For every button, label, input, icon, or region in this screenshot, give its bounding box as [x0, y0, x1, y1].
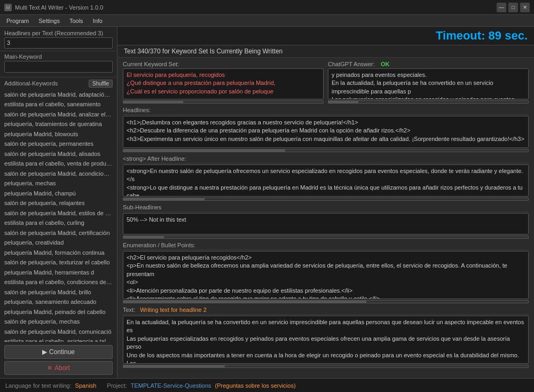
- keyword-3: ¿Cuál es el servicio proporcionado por s…: [127, 88, 320, 96]
- minimize-button[interactable]: —: [497, 3, 506, 12]
- left-buttons: ▶ Continue ✕ Abort: [0, 342, 117, 378]
- keyword-item: estilista para el cabello, asistencia a …: [4, 336, 113, 342]
- text-writing-title: Text: Writing text for headline 2: [123, 307, 529, 315]
- project-name: TEMPLATE-Service-Questions: [131, 382, 211, 389]
- additional-keywords-label: Additional-Keywords: [4, 80, 58, 87]
- keyword-item: salón de peluquería, mechas: [4, 317, 113, 327]
- chatgpt-answer-box: y peinados para eventos especiales. En l…: [328, 68, 529, 99]
- text-writing-section: Text: Writing text for headline 2 En la …: [123, 307, 529, 368]
- keyword-item: salón de peluquería Madrid, adaptación d…: [4, 90, 113, 100]
- content-area[interactable]: Current Keyword Set: El servicio para pe…: [117, 58, 534, 378]
- menu-settings[interactable]: Settings: [34, 17, 64, 25]
- maximize-button[interactable]: □: [508, 3, 518, 12]
- keyword-item: salón de peluquería Madrid, estilos de p…: [4, 208, 113, 218]
- sub-headline-content: 50% --> Not in this text: [127, 216, 525, 224]
- project-info: Project: TEMPLATE-Service-Questions (Pre…: [107, 382, 295, 389]
- continue-label: Continue: [49, 348, 75, 356]
- enum-1: <h2>El servicio para peluquería recogido…: [127, 254, 525, 262]
- menu-program[interactable]: Program: [2, 17, 33, 25]
- writing-status-text: Text 340/370 for Keyword Set Is Currentl…: [124, 48, 282, 55]
- after-headline-section: <strong> After Headline: <strong>En nues…: [123, 155, 529, 201]
- current-keyword-section: Current Keyword Set: El servicio para pe…: [123, 61, 324, 104]
- keyword-item: peluquería Madrid, formación continua: [4, 248, 113, 258]
- play-icon: ▶: [42, 348, 47, 356]
- keyword-item: estilista para el cabello, saneamiento: [4, 99, 113, 109]
- keyword-1: El servicio para peluquería, recogidos: [127, 71, 320, 79]
- app-title: Multi Text AI Writer - Version 1.0.0: [15, 4, 103, 11]
- keyword-2: ¿Qué distingue a una prestación para pel…: [127, 79, 320, 87]
- after-headline-2: <strong>Lo que distingue a nuestra prest…: [127, 184, 525, 197]
- title-bar: M Multi Text AI Writer - Version 1.0.0 —…: [0, 0, 534, 15]
- timeout-display: Timeout: 89 sec.: [436, 29, 528, 42]
- chatgpt-text: y peinados para eventos especiales.: [332, 71, 525, 79]
- keywords-list: salón de peluquería Madrid, adaptación d…: [0, 89, 117, 342]
- abort-label: Abort: [54, 364, 70, 372]
- headlines-section-container: Headlines: <h1>¡Deslumbra con elegantes …: [123, 107, 529, 152]
- keyword-row: Current Keyword Set: El servicio para pe…: [123, 61, 529, 104]
- project-label: Project:: [107, 382, 127, 389]
- chatgpt-text-3: Las peluquerías especializadas en recogi…: [332, 96, 525, 99]
- keyword-item: salón de peluquería, permanentes: [4, 139, 113, 149]
- project-desc: (Preguntas sobre los servicios): [215, 382, 296, 389]
- close-button[interactable]: ✕: [520, 3, 530, 12]
- chatgpt-text-2: En la actualidad, la peluquería se ha co…: [332, 79, 525, 96]
- sub-headlines-section: Sub-Headlines 50% --> Not in this text: [123, 204, 529, 239]
- timeout-label: Timeout:: [436, 29, 485, 42]
- text-writing-box: En la actualidad, la peluquería se ha co…: [123, 316, 529, 364]
- enumeration-box: <h2>El servicio para peluquería recogido…: [123, 251, 529, 299]
- keyword-item: salón de peluquería Madrid, certificació…: [4, 228, 113, 238]
- main-keyword-section: Main-Keyword: [0, 51, 117, 77]
- menu-bar: Program Settings Tools Info: [0, 15, 534, 27]
- enum-4: <li>Atención personalizada por parte de …: [127, 287, 525, 295]
- menu-info[interactable]: Info: [89, 17, 107, 25]
- main-layout: Headlines per Text (Recommended 3) Main-…: [0, 27, 534, 378]
- headlines-section-title: Headlines:: [123, 107, 529, 115]
- keyword-item: peluquería, saneamiento adecuado: [4, 297, 113, 307]
- headline-3: <h3>Experimenta un servicio único en nue…: [127, 135, 525, 143]
- app-icon: M: [4, 4, 12, 11]
- current-keyword-box: El servicio para peluquería, recogidos ¿…: [123, 68, 324, 99]
- keyword-item: estilista para el cabello, venta de prod…: [4, 159, 113, 169]
- shuffle-button[interactable]: Shuffle: [89, 80, 113, 88]
- headlines-label: Headlines per Text (Recommended 3): [4, 30, 113, 36]
- keyword-item: peluquería, mechas: [4, 178, 113, 189]
- enumeration-title: Enumeration / Bullet Points:: [123, 242, 529, 250]
- ok-badge: OK: [381, 61, 390, 67]
- abort-button[interactable]: ✕ Abort: [4, 361, 113, 375]
- enum-2: <p>En nuestro salón de belleza ofrecemos…: [127, 262, 525, 278]
- keyword-item: estilista para el cabello, curling: [4, 218, 113, 228]
- writing-status-bar: Text 340/370 for Keyword Set Is Currentl…: [117, 45, 534, 58]
- headlines-section: Headlines per Text (Recommended 3): [0, 27, 117, 51]
- after-headline-title: <strong> After Headline:: [123, 155, 529, 163]
- chatgpt-answer-section: ChatGPT Answer: OK y peinados para event…: [328, 61, 529, 104]
- enumeration-section: Enumeration / Bullet Points: <h2>El serv…: [123, 242, 529, 303]
- left-panel: Headlines per Text (Recommended 3) Main-…: [0, 27, 117, 378]
- chatgpt-answer-label: ChatGPT Answer: OK: [328, 61, 529, 67]
- keyword-item: salón de peluquería Madrid, comunicació: [4, 327, 113, 337]
- keyword-item: peluquería, creatividad: [4, 238, 113, 248]
- keyword-item: salón de peluquería, texturizar el cabel…: [4, 257, 113, 268]
- enum-3: <ol>: [127, 278, 525, 286]
- additional-keywords-header: Additional-Keywords Shuffle: [0, 77, 117, 89]
- headline-1: <h1>¡Deslumbra con elegantes recogidos g…: [127, 119, 525, 127]
- keyword-item: salón de peluquería Madrid, brillo: [4, 287, 113, 297]
- enum-5: <li>Asesoramiento sobre el tipo de recog…: [127, 295, 525, 299]
- keyword-item: peluquería Madrid, peinado del cabello: [4, 307, 113, 317]
- language-label: Language for text writing:: [5, 382, 72, 389]
- main-keyword-label: Main-Keyword: [4, 53, 113, 60]
- sub-headlines-box: 50% --> Not in this text: [123, 213, 529, 234]
- language-value: Spanish: [75, 382, 97, 389]
- x-icon: ✕: [47, 364, 52, 372]
- timeout-value: 89 sec.: [489, 29, 528, 42]
- text-line-2: Las peluquerías especializadas en recogi…: [127, 335, 525, 351]
- right-panel: Timeout: 89 sec. Text 340/370 for Keywor…: [117, 27, 534, 378]
- headlines-box: <h1>¡Deslumbra con elegantes recogidos g…: [123, 116, 529, 148]
- current-keyword-label: Current Keyword Set:: [123, 61, 324, 67]
- headlines-input[interactable]: [4, 37, 113, 49]
- keyword-item: salón de peluquería Madrid, acondicionam: [4, 169, 113, 179]
- menu-tools[interactable]: Tools: [65, 17, 88, 25]
- keyword-item: peluquería Madrid, blowouts: [4, 129, 113, 139]
- continue-button[interactable]: ▶ Continue: [4, 345, 113, 359]
- text-line-1: En la actualidad, la peluquería se ha co…: [127, 318, 525, 335]
- main-keyword-input[interactable]: [4, 61, 113, 72]
